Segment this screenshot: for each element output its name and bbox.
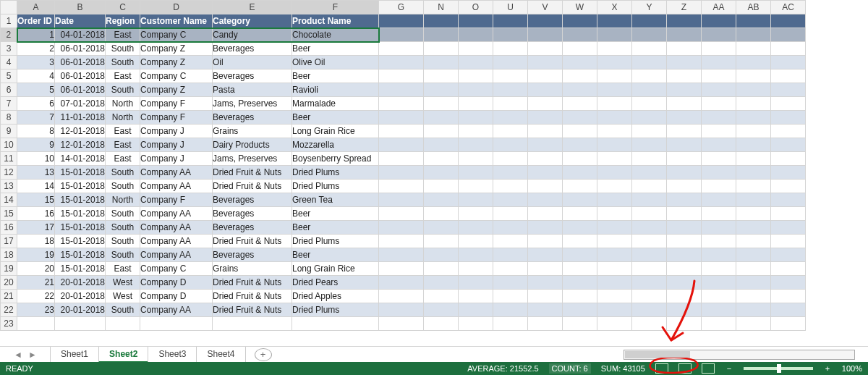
row-header-8[interactable]: 8 [1, 111, 17, 125]
cell-O16[interactable] [459, 221, 493, 235]
cell-B13[interactable]: 15-01-2018 [55, 180, 106, 193]
cell-O21[interactable] [459, 290, 493, 303]
row-header-3[interactable]: 3 [1, 42, 17, 56]
cell-C17[interactable]: South [106, 235, 140, 248]
cell-Y21[interactable] [632, 290, 667, 303]
cell-AB17[interactable] [736, 235, 771, 248]
cell-C21[interactable]: West [106, 290, 140, 303]
cell-Z21[interactable] [667, 290, 702, 303]
cell-B22[interactable]: 20-01-2018 [55, 303, 106, 317]
cell-C6[interactable]: South [106, 83, 140, 97]
cell-F23[interactable] [292, 317, 379, 331]
cell-W10[interactable] [563, 138, 597, 152]
cell-Y5[interactable] [632, 69, 667, 83]
cell-V18[interactable] [528, 248, 563, 262]
cell-N19[interactable] [424, 262, 459, 276]
view-page-layout-icon[interactable] [678, 363, 692, 374]
cell-D17[interactable]: Company AA [140, 235, 213, 248]
cell-G18[interactable] [379, 248, 424, 262]
row-header-7[interactable]: 7 [1, 97, 17, 111]
header-cell-Z1[interactable] [667, 14, 702, 28]
cell-G20[interactable] [379, 276, 424, 290]
cell-Y2[interactable] [632, 28, 667, 42]
cell-V21[interactable] [528, 290, 563, 303]
cell-D16[interactable]: Company AA [140, 221, 213, 235]
cell-E13[interactable]: Dried Fruit & Nuts [213, 180, 292, 193]
cell-U11[interactable] [493, 152, 528, 166]
cell-X3[interactable] [597, 42, 632, 56]
cell-AC18[interactable] [771, 248, 806, 262]
cell-F7[interactable]: Marmalade [292, 97, 379, 111]
cell-D22[interactable]: Company AA [140, 303, 213, 317]
header-cell-G1[interactable] [379, 14, 424, 28]
cell-O18[interactable] [459, 248, 493, 262]
cell-U2[interactable] [493, 28, 528, 42]
cell-O7[interactable] [459, 97, 493, 111]
cell-AB23[interactable] [736, 317, 771, 331]
cell-W6[interactable] [563, 83, 597, 97]
cell-D23[interactable] [140, 317, 213, 331]
cell-AC11[interactable] [771, 152, 806, 166]
cell-G17[interactable] [379, 235, 424, 248]
cell-F18[interactable]: Beer [292, 248, 379, 262]
cell-Y14[interactable] [632, 193, 667, 207]
cell-E16[interactable]: Beverages [213, 221, 292, 235]
cell-AA17[interactable] [702, 235, 736, 248]
row-header-19[interactable]: 19 [1, 262, 17, 276]
cell-G7[interactable] [379, 97, 424, 111]
cell-D5[interactable]: Company C [140, 69, 213, 83]
cell-N23[interactable] [424, 317, 459, 331]
cell-Z22[interactable] [667, 303, 702, 317]
cell-C15[interactable]: South [106, 207, 140, 221]
cell-B18[interactable]: 15-01-2018 [55, 248, 106, 262]
cell-O8[interactable] [459, 111, 493, 125]
cell-Y22[interactable] [632, 303, 667, 317]
cell-W7[interactable] [563, 97, 597, 111]
cell-Z5[interactable] [667, 69, 702, 83]
tab-nav-arrows[interactable]: ◄ ► [0, 350, 51, 360]
cell-D6[interactable]: Company Z [140, 83, 213, 97]
cell-C3[interactable]: South [106, 42, 140, 56]
column-header-AC[interactable]: AC [771, 1, 806, 14]
cell-AB11[interactable] [736, 152, 771, 166]
row-header-17[interactable]: 17 [1, 235, 17, 248]
cell-Y12[interactable] [632, 166, 667, 180]
cell-N12[interactable] [424, 166, 459, 180]
cell-O6[interactable] [459, 83, 493, 97]
header-cell-F1[interactable]: Product Name [292, 14, 379, 28]
cell-N2[interactable] [424, 28, 459, 42]
cell-X16[interactable] [597, 221, 632, 235]
cell-V5[interactable] [528, 69, 563, 83]
cell-U16[interactable] [493, 221, 528, 235]
row-header-9[interactable]: 9 [1, 125, 17, 138]
cell-N22[interactable] [424, 303, 459, 317]
cell-F6[interactable]: Ravioli [292, 83, 379, 97]
cell-B19[interactable]: 15-01-2018 [55, 262, 106, 276]
header-cell-Y1[interactable] [632, 14, 667, 28]
cell-AA3[interactable] [702, 42, 736, 56]
cell-E4[interactable]: Oil [213, 56, 292, 69]
cell-Y11[interactable] [632, 152, 667, 166]
column-header-AB[interactable]: AB [736, 1, 771, 14]
cell-AB3[interactable] [736, 42, 771, 56]
row-header-20[interactable]: 20 [1, 276, 17, 290]
cell-Z15[interactable] [667, 207, 702, 221]
cell-U22[interactable] [493, 303, 528, 317]
cell-C13[interactable]: South [106, 180, 140, 193]
cell-G10[interactable] [379, 138, 424, 152]
cell-W23[interactable] [563, 317, 597, 331]
cell-X15[interactable] [597, 207, 632, 221]
cell-B5[interactable]: 06-01-2018 [55, 69, 106, 83]
cell-C2[interactable]: East [106, 28, 140, 42]
cell-U19[interactable] [493, 262, 528, 276]
cell-V19[interactable] [528, 262, 563, 276]
cell-E19[interactable]: Grains [213, 262, 292, 276]
cell-X10[interactable] [597, 138, 632, 152]
zoom-slider-knob[interactable] [777, 364, 781, 373]
cell-E12[interactable]: Dried Fruit & Nuts [213, 166, 292, 180]
cell-W21[interactable] [563, 290, 597, 303]
cell-B7[interactable]: 07-01-2018 [55, 97, 106, 111]
cell-Z10[interactable] [667, 138, 702, 152]
cell-O10[interactable] [459, 138, 493, 152]
cell-A3[interactable]: 2 [17, 42, 55, 56]
